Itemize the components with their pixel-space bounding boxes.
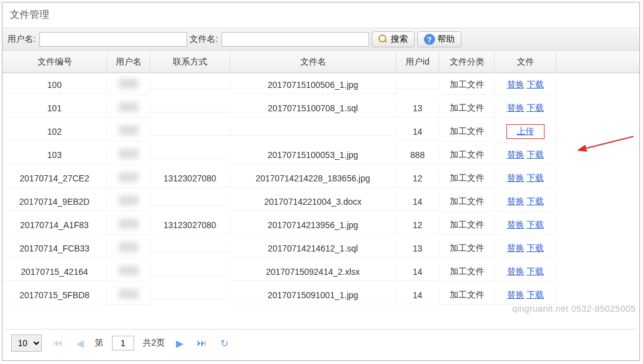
download-link[interactable]: 下载 [527,196,544,206]
cell-category: 加工文件 [439,239,495,258]
grid-body: 10020170715100506_1.jpg加工文件替换下载101201707… [2,73,639,307]
download-link[interactable]: 下载 [527,79,544,89]
help-icon: ? [424,34,435,45]
cell-contact [150,198,230,206]
redacted-username [119,196,138,205]
page-total: 共2页 [143,338,165,349]
replace-link[interactable]: 替换 [507,243,524,253]
cell-actions: 替换下载 [495,263,556,282]
col-header-filename[interactable]: 文件名 [230,53,396,71]
refresh-button[interactable]: ↻ [218,338,231,349]
replace-link[interactable]: 替换 [507,290,524,299]
cell-filename [230,128,396,136]
search-button-label: 搜索 [391,34,408,45]
download-link[interactable]: 下载 [527,149,544,159]
page-prefix: 第 [95,338,103,349]
replace-link[interactable]: 替换 [507,103,524,113]
prev-page-button[interactable]: ◀ [74,338,86,349]
cell-category: 加工文件 [439,99,495,118]
download-link[interactable]: 下载 [527,220,544,229]
table-row[interactable]: 20170715_4216420170715092414_2.xlsx14加工文… [2,260,639,283]
col-header-file[interactable]: 文件 [495,53,556,71]
cell-uid: 13 [396,240,439,258]
replace-link[interactable]: 替换 [507,79,524,89]
cell-user [107,98,150,118]
search-icon [378,34,388,44]
redacted-username [119,242,138,252]
redacted-username [119,289,138,299]
cell-category: 加工文件 [439,192,495,212]
cell-uid: 12 [396,170,439,188]
help-button-label: 帮助 [437,34,455,45]
download-link[interactable]: 下载 [527,266,544,276]
cell-category: 加工文件 [439,76,495,95]
cell-filename: 20170714214228_183656.jpg [230,170,396,188]
cell-uid [396,81,439,89]
cell-category: 加工文件 [439,263,495,282]
col-header-user[interactable]: 用户名 [107,53,150,71]
col-header-uid[interactable]: 用户id [396,53,439,71]
cell-id: 20170715_42164 [2,263,107,281]
filename-label: 文件名: [190,34,218,45]
replace-link[interactable]: 替换 [507,220,524,229]
table-row[interactable]: 20170714_A1F831312302708020170714213956_… [2,213,639,237]
next-page-button[interactable]: ▶ [174,338,186,349]
col-header-id[interactable]: 文件编号 [2,53,107,71]
cell-filename: 20170715091001_1.jpg [230,287,396,304]
table-row[interactable]: 10120170715100708_1.sql13加工文件替换下载 [2,97,639,120]
cell-filename: 20170714221004_3.docx [230,193,396,211]
replace-link[interactable]: 替换 [507,266,524,276]
redacted-username [119,219,138,229]
cell-user [107,75,150,95]
cell-user [107,122,150,141]
pager: 10 ⏮ ◀ 第 共2页 ▶ ⏭ ↻ [5,329,637,357]
download-link[interactable]: 下载 [527,103,544,113]
cell-user [107,192,150,212]
table-row[interactable]: 10214加工文件上传 [2,120,639,143]
cell-actions: 替换下载 [495,99,556,118]
cell-filename: 20170715100506_1.jpg [230,76,396,94]
cell-user [107,145,150,165]
page-input[interactable] [112,336,134,350]
table-row[interactable]: 20170714_FCB3320170714214612_1.sql13加工文件… [2,237,639,260]
replace-link[interactable]: 替换 [507,173,524,183]
redacted-username [119,172,138,182]
file-grid: 文件编号 用户名 联系方式 文件名 用户id 文件分类 文件 100201707… [2,51,639,307]
watermark: qingruanit.net 0532-85025005 [512,304,636,314]
filename-input[interactable] [222,32,369,47]
first-page-button[interactable]: ⏮ [50,338,65,349]
cell-uid: 14 [396,193,439,211]
replace-link[interactable]: 替换 [507,196,524,206]
last-page-button[interactable]: ⏭ [194,338,209,349]
cell-user [107,239,150,258]
cell-contact [150,268,230,276]
table-row[interactable]: 20170714_27CE21312302708020170714214228_… [2,167,639,190]
cell-category: 加工文件 [439,169,495,188]
table-row[interactable]: 10320170715100053_1.jpg888加工文件替换下载 [2,143,639,167]
upload-link[interactable]: 上传 [517,126,534,136]
download-link[interactable]: 下载 [527,173,544,183]
search-button[interactable]: 搜索 [372,31,415,47]
cell-filename: 20170714213956_1.jpg [230,216,396,234]
username-input[interactable] [39,32,187,47]
replace-link[interactable]: 替换 [507,149,524,159]
col-header-contact[interactable]: 联系方式 [150,53,230,71]
col-header-category[interactable]: 文件分类 [439,53,495,71]
redacted-username [119,79,138,89]
cell-filename: 20170715100708_1.sql [230,100,396,117]
help-button[interactable]: ? 帮助 [417,31,461,47]
cell-user [107,262,150,282]
cell-category: 加工文件 [439,146,495,165]
page-size-select[interactable]: 10 [11,334,42,352]
download-link[interactable]: 下载 [527,290,544,299]
cell-contact [150,151,230,159]
table-row[interactable]: 20170714_9EB2D20170714221004_3.docx14加工文… [2,190,639,213]
cell-uid: 888 [396,146,439,164]
cell-category: 加工文件 [439,286,495,305]
cell-id: 20170714_FCB33 [2,240,107,258]
cell-actions: 替换下载 [495,286,556,305]
table-row[interactable]: 10020170715100506_1.jpg加工文件替换下载 [2,73,639,97]
download-link[interactable]: 下载 [527,243,544,253]
cell-id: 20170714_9EB2D [2,193,107,211]
cell-contact: 13123027080 [150,216,230,234]
